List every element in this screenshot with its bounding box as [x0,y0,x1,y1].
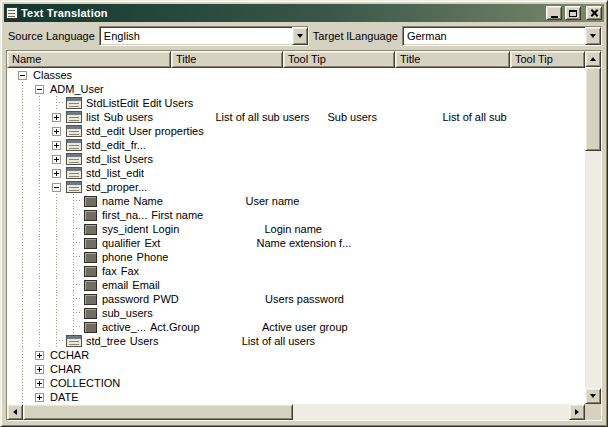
cell-title: Phone [133,250,245,264]
scroll-left-button[interactable] [7,404,23,420]
form-icon [66,111,82,123]
tree-indent-line [31,292,48,306]
tree-row[interactable]: passwordPWDUsers password [7,292,585,306]
tree-indent-line [48,222,65,236]
column-header-tooltip-2[interactable]: Tool Tip [510,51,585,68]
tree-name-cell: StdListEdit [7,96,139,110]
tree-row[interactable]: std_list_edit [7,166,585,180]
tree-row[interactable]: nameNameUser name [7,194,585,208]
cell-tooltip2 [492,306,585,320]
tree-row[interactable]: std_listUsers [7,152,585,166]
cell-tooltip: User name [242,194,354,208]
column-header-title-2[interactable]: Title [395,51,510,68]
close-icon [590,9,599,17]
cell-tooltip: Login name [260,222,372,236]
maximize-button[interactable] [565,6,581,20]
tree-row[interactable]: std_edit_fr... [7,138,585,152]
tree-indent-line [31,278,48,292]
tree-row[interactable]: Classes [7,68,585,82]
horizontal-scrollbar-thumb[interactable] [23,404,293,420]
horizontal-scrollbar[interactable] [7,404,585,420]
tree-indent-line [31,222,48,236]
expand-button[interactable] [31,390,48,404]
tree-row[interactable]: DATE [7,390,585,404]
source-language-label: Source Language [8,30,95,42]
tree-row[interactable]: sys_identLoginLogin name [7,222,585,236]
cell-tooltip2 [488,292,585,306]
scrollbar-corner [585,404,601,420]
cell-tooltip [232,376,344,390]
tree-connector-line [65,320,82,334]
tree-indent-line [14,110,31,124]
tree-row[interactable]: std_proper... [7,180,585,194]
tree-indent-line [14,250,31,264]
tree-row[interactable]: qualifierExtName extension f... [7,236,585,250]
tree-row[interactable]: CCHAR [7,348,585,362]
cell-title2 [296,68,411,82]
tree-row[interactable]: phonePhone [7,250,585,264]
tree-name-cell: CCHAR [7,348,89,362]
cell-tooltip2 [418,390,585,404]
tree-indent-line [48,264,65,278]
expand-button[interactable] [48,124,65,138]
expand-button[interactable] [48,166,65,180]
cell-tooltip [229,264,341,278]
scroll-right-button[interactable] [569,404,585,420]
expand-button[interactable] [48,110,65,124]
vertical-scrollbar[interactable] [585,51,601,404]
tree-row[interactable]: CHAR [7,362,585,376]
tree-row[interactable]: StdListEditEdit Users [7,96,585,110]
plus-icon [35,365,44,374]
expand-button[interactable] [48,138,65,152]
field-icon [84,294,97,305]
horizontal-scrollbar-track[interactable] [23,404,569,420]
tree-row[interactable]: active_...Act.GroupActive user group [7,320,585,334]
tree-indent-line [48,208,65,222]
collapse-button[interactable] [48,180,65,194]
vertical-scrollbar-thumb[interactable] [585,67,601,151]
column-header-tooltip[interactable]: Tool Tip [283,51,395,68]
tree-row[interactable]: listSub usersList of all sub usersSub us… [7,110,585,124]
expand-button[interactable] [31,362,48,376]
column-header-title[interactable]: Title [171,51,283,68]
window-system-icon[interactable] [6,7,18,19]
cell-tooltip2 [478,96,585,110]
tree-row[interactable]: std_editUser properties [7,124,585,138]
source-language-dropdown-button[interactable] [292,27,308,45]
cell-title [146,138,258,152]
tree-item-label: email [100,279,128,291]
tree-row[interactable]: std_treeUsersList of all users [7,334,585,348]
tree-indent-line [48,194,65,208]
tree-row[interactable]: faxFax [7,264,585,278]
expand-button[interactable] [48,152,65,166]
target-language-combobox[interactable]: German [402,26,602,46]
tree-item-label: qualifier [100,237,141,249]
column-header-name[interactable]: Name [7,51,171,68]
tree-row[interactable]: COLLECTION [7,376,585,390]
cell-title2 [357,250,472,264]
tree-row[interactable]: first_na...First name [7,208,585,222]
cell-tooltip2 [486,180,585,194]
tree-row[interactable]: emailEmail [7,278,585,292]
collapse-button[interactable] [31,82,48,96]
tree-indent-line [14,194,31,208]
tree-row[interactable]: ADM_User [7,82,585,96]
source-language-value: English [100,27,292,45]
close-button[interactable] [586,6,602,20]
expand-button[interactable] [31,348,48,362]
tree-row[interactable]: sub_users [7,306,585,320]
tree-indent-line [48,236,65,250]
expand-button[interactable] [31,376,48,390]
target-language-dropdown-button[interactable] [585,27,601,45]
scroll-down-button[interactable] [585,388,601,404]
cell-title [72,68,184,82]
vertical-scrollbar-track[interactable] [585,67,601,388]
collapse-button[interactable] [14,68,31,82]
cell-title: Login [148,222,260,236]
minimize-button[interactable] [546,6,562,20]
scroll-up-button[interactable] [585,51,601,67]
tree-indent-line [14,222,31,236]
source-language-combobox[interactable]: English [99,26,309,46]
cell-tooltip2 [465,334,585,348]
cell-tooltip2 [469,194,585,208]
